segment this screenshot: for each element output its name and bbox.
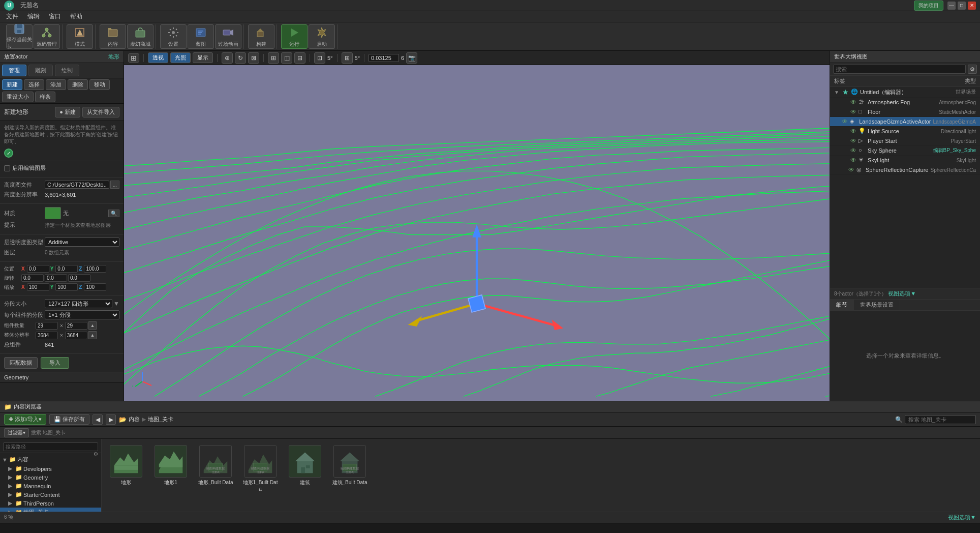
- pos-x-input[interactable]: [27, 265, 49, 273]
- run-button[interactable]: 运行: [281, 24, 308, 49]
- blueprint-button[interactable]: 蓝图: [188, 24, 214, 49]
- tree-item-geometry[interactable]: ▶ 📁 Geometry: [0, 473, 101, 482]
- scale-y-input[interactable]: [55, 283, 78, 291]
- world-space-btn[interactable]: ⊞: [268, 52, 279, 64]
- cinematics-button[interactable]: 过场动画: [215, 24, 241, 49]
- viewport-expand-btn[interactable]: ⊞: [128, 53, 139, 63]
- source-control-button[interactable]: 源码管理: [34, 24, 60, 49]
- spline-mode-tab[interactable]: 样条: [35, 92, 55, 102]
- translate-btn[interactable]: ⊕: [222, 52, 233, 64]
- tree-item-mannequin[interactable]: ▶ 📁 Mannequin: [0, 482, 101, 490]
- sculpt-tab[interactable]: 雕刻: [28, 65, 53, 76]
- comp-y-input[interactable]: [65, 322, 87, 330]
- filter-button[interactable]: 过滤器▾: [4, 428, 29, 437]
- surface-btn[interactable]: ◫: [281, 52, 292, 64]
- camera-settings-btn[interactable]: 📷: [406, 52, 417, 64]
- add-import-button[interactable]: ✚ 添加/导入▾: [4, 414, 46, 425]
- rotate-btn[interactable]: ↻: [235, 52, 246, 64]
- view-options-btn[interactable]: 视图选项▼: [888, 290, 916, 298]
- blend-type-select[interactable]: Additive Alpha Blend: [45, 238, 119, 247]
- rot-x-input[interactable]: [21, 274, 44, 282]
- tree-item-developers[interactable]: ▶ 📁 Developers: [0, 464, 101, 473]
- import-button[interactable]: 导入: [41, 357, 69, 369]
- move-mode-tab[interactable]: 移动: [89, 79, 110, 90]
- outliner-item-skylight[interactable]: 👁 ☀ SkyLight SkyLight: [830, 156, 980, 165]
- section-size-expand[interactable]: ▼: [113, 300, 119, 307]
- outliner-item-sphere[interactable]: 👁 ◎ SphereReflectionCapture SphereReflec…: [830, 165, 980, 175]
- launch-button[interactable]: 启动: [309, 24, 335, 49]
- menu-help[interactable]: 帮助: [66, 11, 86, 22]
- forward-button[interactable]: ▶: [106, 414, 116, 425]
- outliner-item-floor[interactable]: 👁 □ Floor StaticMeshActor: [830, 107, 980, 117]
- tree-item-map-level[interactable]: ▶ 📁 地图_关卡: [0, 508, 101, 512]
- folder-search-input[interactable]: [3, 442, 98, 451]
- close-button[interactable]: ✕: [968, 2, 976, 10]
- select-mode-tab[interactable]: 选择: [24, 79, 44, 90]
- scale-btn[interactable]: ⊠: [248, 52, 259, 64]
- path-content[interactable]: 内容: [129, 416, 140, 423]
- scale-snap-icon[interactable]: ⊞: [342, 52, 353, 64]
- perspective-btn[interactable]: 透视: [148, 52, 168, 63]
- menu-edit[interactable]: 编辑: [23, 11, 44, 22]
- asset-item-terrain[interactable]: 地形: [106, 443, 146, 494]
- delete-mode-tab[interactable]: 删除: [68, 79, 88, 90]
- new-landscape-button[interactable]: ● 新建: [55, 107, 80, 117]
- pos-z-input[interactable]: [84, 265, 106, 273]
- asset-item-terrain1[interactable]: 地形1: [150, 443, 191, 494]
- save-level-button[interactable]: 保存当前关卡: [6, 24, 33, 49]
- pos-y-input[interactable]: [55, 265, 78, 273]
- outliner-item-gizmo[interactable]: 👁 ◈ LandscapeGizmoActiveActor LandscapeG…: [830, 117, 980, 127]
- content-search-input[interactable]: [905, 415, 976, 424]
- manage-tab[interactable]: 管理: [2, 65, 26, 76]
- snap-icon[interactable]: ⊡: [314, 52, 325, 64]
- outliner-settings-btn[interactable]: ⚙: [968, 65, 977, 74]
- enable-layer-checkbox[interactable]: [4, 165, 10, 171]
- height-map-browse-btn[interactable]: ...: [110, 181, 119, 189]
- total-res-y-input[interactable]: [65, 332, 87, 339]
- asset-item-terrain1-built[interactable]: 贴图构建数据 注册表 地形1_Built Data: [240, 443, 281, 494]
- total-res-x-input[interactable]: [36, 332, 58, 339]
- outliner-item-player[interactable]: 👁 ▷ Player Start PlayerStart: [830, 136, 980, 146]
- details-tab[interactable]: 细节: [830, 300, 854, 310]
- path-map-level[interactable]: 地图_关卡: [148, 416, 173, 423]
- comp-x-input[interactable]: [36, 322, 58, 330]
- outliner-item-light[interactable]: 👁 💡 Light Source DirectionalLight: [830, 127, 980, 136]
- menu-window[interactable]: 窗口: [45, 11, 65, 22]
- gizmo-scale-input[interactable]: 0.03125: [369, 54, 399, 62]
- asset-item-building-built[interactable]: 贴图构建数据 注册表 建筑_Built Data: [329, 443, 370, 494]
- scale-z-input[interactable]: [84, 283, 106, 291]
- save-all-button[interactable]: 💾 保存所有: [49, 414, 89, 425]
- folder-settings-icon[interactable]: ⚙: [94, 451, 98, 457]
- from-file-button[interactable]: 从文件导入: [82, 107, 119, 117]
- minimize-button[interactable]: —: [947, 2, 956, 10]
- outliner-item-fog[interactable]: 👁 🌫 Atmospheric Fog AtmosphericFog: [830, 98, 980, 107]
- tree-item-thirdperson[interactable]: ▶ 📁 ThirdPerson: [0, 499, 101, 508]
- settings-button[interactable]: 设置: [160, 24, 187, 49]
- snap-btn[interactable]: ⊟: [294, 52, 305, 64]
- content-button[interactable]: 内容: [100, 24, 126, 49]
- asset-view-options-btn[interactable]: 视图选项▼: [948, 514, 976, 521]
- mode-button[interactable]: 模式: [67, 24, 93, 49]
- height-map-input[interactable]: [45, 181, 109, 189]
- rot-z-input[interactable]: [68, 274, 90, 282]
- section-per-comp-select[interactable]: 1×1 分段 2×2 分段: [45, 310, 119, 319]
- rot-y-input[interactable]: [45, 274, 67, 282]
- resize-mode-tab[interactable]: 重设大小: [2, 92, 34, 102]
- section-size-select[interactable]: 127×127 四边形 63×63 四边形: [45, 299, 112, 308]
- scale-x-input[interactable]: [27, 283, 49, 291]
- outliner-search-input[interactable]: [833, 65, 966, 74]
- outliner-item-world[interactable]: ▼ ★ 🌐 Untitled（编辑器） 世界场景: [830, 87, 980, 98]
- menu-file[interactable]: 文件: [2, 11, 22, 22]
- marketplace-button[interactable]: 虚幻商城: [127, 24, 154, 49]
- new-mode-tab[interactable]: 新建: [2, 79, 22, 90]
- total-res-up[interactable]: ▲: [88, 331, 97, 339]
- match-data-button[interactable]: 匹配数据: [4, 357, 38, 369]
- tree-item-content[interactable]: ▼ 📁 内容: [0, 455, 94, 464]
- tree-item-starter[interactable]: ▶ 📁 StarterContent: [0, 490, 101, 499]
- build-button[interactable]: 构建: [248, 24, 274, 49]
- world-settings-tab[interactable]: 世界场景设置: [854, 300, 900, 310]
- paint-tab[interactable]: 绘制: [55, 65, 79, 76]
- back-button[interactable]: ◀: [93, 414, 103, 425]
- lighting-btn[interactable]: 光照: [170, 52, 191, 63]
- outliner-item-sky[interactable]: 👁 ○ Sky Sphere 编辑BP_Sky_Sphe: [830, 146, 980, 156]
